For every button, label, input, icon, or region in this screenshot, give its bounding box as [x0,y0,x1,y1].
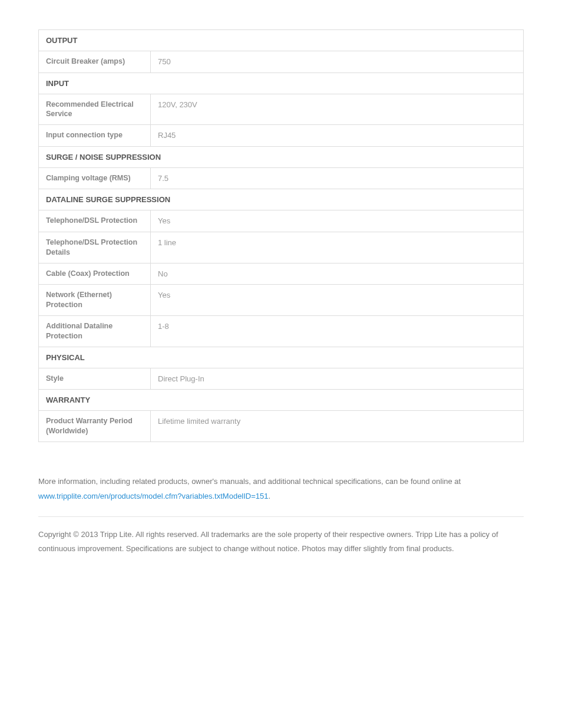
spec-row: Telephone/DSL Protection Details 1 line [39,232,523,263]
spec-value: Lifetime limited warranty [151,411,523,442]
spec-row: Network (Ethernet) Protection Yes [39,284,523,315]
spec-row: Circuit Breaker (amps) 750 [39,51,523,73]
spec-row: Additional Dataline Protection 1-8 [39,315,523,347]
page-content: OUTPUT Circuit Breaker (amps) 750 INPUT … [0,0,562,586]
spec-value: RJ45 [151,125,523,146]
more-info-text: More information, including related prod… [38,475,524,503]
spec-value: Direct Plug-In [151,368,523,390]
spec-value: No [151,263,523,285]
spec-label: Network (Ethernet) Protection [39,285,151,315]
spec-label: Telephone/DSL Protection [39,210,151,232]
spec-row: Cable (Coax) Protection No [39,263,523,285]
spec-value: 7.5 [151,168,523,189]
spec-value: 1 line [151,232,523,263]
spec-label: Telephone/DSL Protection Details [39,232,151,263]
spec-label: Style [39,368,151,390]
spec-label: Cable (Coax) Protection [39,263,151,285]
spec-row: Style Direct Plug-In [39,368,523,390]
spec-value: Yes [151,210,523,232]
spec-label: Additional Dataline Protection [39,316,151,347]
section-header-surge: SURGE / NOISE SUPPRESSION [39,146,523,167]
product-link[interactable]: www.tripplite.com/en/products/model.cfm?… [38,492,269,500]
spec-row: Clamping voltage (RMS) 7.5 [39,167,523,189]
section-header-input: INPUT [39,73,523,94]
spec-row: Telephone/DSL Protection Yes [39,210,523,232]
spec-value: Yes [151,285,523,315]
spec-label: Recommended Electrical Service [39,94,151,125]
spec-row: Recommended Electrical Service 120V, 230… [39,94,523,125]
spec-row: Product Warranty Period (Worldwide) Life… [39,410,523,442]
spec-value: 750 [151,51,523,73]
spec-label: Product Warranty Period (Worldwide) [39,411,151,442]
section-header-dataline: DATALINE SURGE SUPPRESSION [39,189,523,210]
divider [38,516,524,517]
copyright-text: Copyright © 2013 Tripp Lite. All rights … [38,528,524,556]
spec-value: 1-8 [151,316,523,347]
section-header-warranty: WARRANTY [39,389,523,410]
spec-label: Clamping voltage (RMS) [39,168,151,189]
more-info-prefix: More information, including related prod… [38,477,461,486]
period: . [269,492,271,500]
spec-label: Circuit Breaker (amps) [39,51,151,73]
spec-value: 120V, 230V [151,94,523,125]
section-header-output: OUTPUT [39,29,523,51]
spec-label: Input connection type [39,125,151,146]
spec-row: Input connection type RJ45 [39,124,523,146]
specifications-table: OUTPUT Circuit Breaker (amps) 750 INPUT … [38,29,524,442]
section-header-physical: PHYSICAL [39,347,523,368]
